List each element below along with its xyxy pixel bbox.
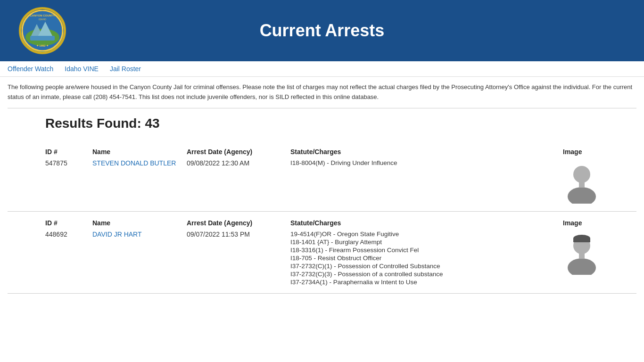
col-value-arrest-2: 09/07/2022 11:53 PM	[187, 230, 290, 238]
col-header-arrest-1: Arrest Date (Agency)	[187, 148, 290, 156]
nav-idaho-vine[interactable]: Idaho VINE	[65, 65, 99, 73]
field-arrest-1: Arrest Date (Agency) 09/08/2022 12:30 AM	[187, 148, 290, 204]
svg-text:✦ 1892 ✦: ✦ 1892 ✦	[36, 44, 49, 47]
results-heading: Results Found: 43	[45, 116, 636, 131]
col-header-name-1: Name	[92, 148, 187, 156]
inmate-name-link-2[interactable]: DAVID JR HART	[92, 230, 187, 238]
col-value-id-2: 448692	[45, 230, 92, 238]
svg-rect-14	[573, 239, 590, 242]
svg-point-9	[573, 166, 590, 183]
svg-rect-16	[579, 253, 585, 259]
field-arrest-2: Arrest Date (Agency) 09/07/2022 11:53 PM	[187, 219, 290, 286]
charge-item: I18-8004(M) - Driving Under Influence	[290, 159, 563, 166]
charge-item: I37-2732(C)(3) - Possession of a control…	[290, 271, 563, 278]
avatar-svg-1	[563, 161, 601, 204]
col-header-id-1: ID #	[45, 148, 92, 156]
svg-point-10	[568, 187, 596, 204]
avatar-1	[563, 161, 601, 204]
field-name-1: Name STEVEN DONALD BUTLER	[92, 148, 187, 204]
field-id-2: ID # 448692	[45, 219, 92, 286]
nav-jail-roster[interactable]: Jail Roster	[110, 65, 141, 73]
seal-svg: CANYON COUNTY IDAHO ✦ 1892 ✦	[22, 10, 63, 51]
record-fields-2: ID # 448692 Name DAVID JR HART Arrest Da…	[45, 219, 629, 286]
charge-item: I37-2732(C)(1) - Possession of Controlle…	[290, 263, 563, 270]
col-header-charges-2: Statute/Charges	[290, 219, 563, 227]
col-header-image-2: Image	[563, 219, 582, 227]
charge-item: I18-705 - Resist Obstruct Officer	[290, 255, 563, 262]
description-text: The following people are/were housed in …	[8, 82, 636, 108]
field-charges-1: Statute/Charges I18-8004(M) - Driving Un…	[290, 148, 563, 204]
table-row: ID # 448692 Name DAVID JR HART Arrest Da…	[8, 212, 636, 294]
field-id-1: ID # 547875	[45, 148, 92, 204]
charge-item: I37-2734A(1) - Paraphernalia w Intent to…	[290, 279, 563, 286]
svg-text:CANYON COUNTY: CANYON COUNTY	[30, 14, 55, 17]
svg-text:IDAHO: IDAHO	[39, 18, 46, 21]
col-header-charges-1: Statute/Charges	[290, 148, 563, 156]
col-value-id-1: 547875	[45, 159, 92, 167]
field-charges-2: Statute/Charges 19-4514(F)OR - Oregon St…	[290, 219, 563, 286]
page-title: Current Arrests	[260, 21, 385, 41]
col-value-arrest-1: 09/08/2022 12:30 AM	[187, 159, 290, 167]
field-image-1: Image	[563, 148, 629, 204]
field-name-2: Name DAVID JR HART	[92, 219, 187, 286]
charge-item: I18-3316(1) - Firearm Possession Convict…	[290, 247, 563, 254]
col-header-image-1: Image	[563, 148, 582, 156]
charges-list-1: I18-8004(M) - Driving Under Influence	[290, 159, 563, 166]
svg-point-15	[568, 258, 596, 275]
charges-list-2: 19-4514(F)OR - Oregon State Fugitive I18…	[290, 230, 563, 286]
svg-rect-11	[579, 182, 585, 188]
avatar-svg-2	[563, 232, 601, 275]
main-content: The following people are/were housed in …	[0, 77, 644, 294]
svg-rect-5	[30, 36, 55, 41]
charge-item: I18-1401 {AT} - Burglary Attempt	[290, 239, 563, 246]
record-fields-1: ID # 547875 Name STEVEN DONALD BUTLER Ar…	[45, 148, 629, 204]
avatar-2	[563, 232, 601, 275]
field-image-2: Image	[563, 219, 629, 286]
navigation: Offender Watch Idaho VINE Jail Roster	[0, 61, 644, 77]
inmate-name-link-1[interactable]: STEVEN DONALD BUTLER	[92, 159, 187, 167]
page-header: CANYON COUNTY IDAHO ✦ 1892 ✦ Current Arr…	[0, 0, 644, 61]
col-header-arrest-2: Arrest Date (Agency)	[187, 219, 290, 227]
nav-offender-watch[interactable]: Offender Watch	[8, 65, 53, 73]
county-logo: CANYON COUNTY IDAHO ✦ 1892 ✦	[19, 7, 66, 54]
col-header-name-2: Name	[92, 219, 187, 227]
table-row: ID # 547875 Name STEVEN DONALD BUTLER Ar…	[8, 140, 636, 212]
charge-item: 19-4514(F)OR - Oregon State Fugitive	[290, 230, 563, 238]
col-header-id-2: ID #	[45, 219, 92, 227]
